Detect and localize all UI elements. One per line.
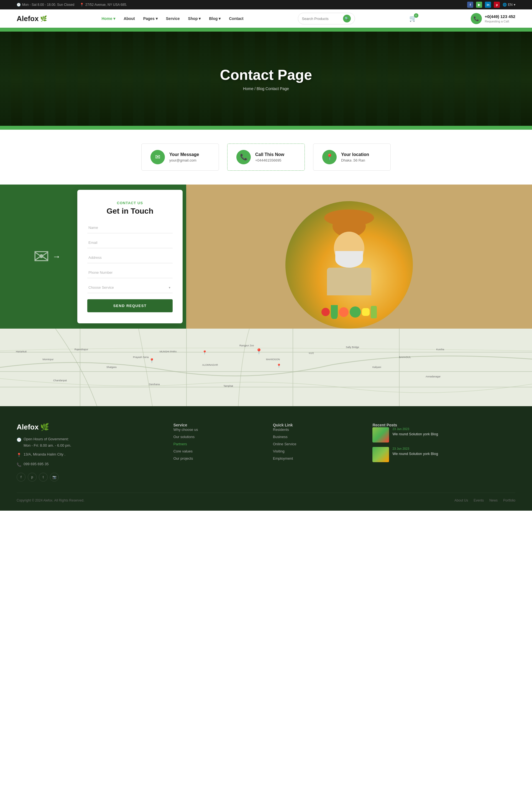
info-card-location-subtitle: Dhaka .56 Ran xyxy=(341,158,369,162)
call-label: Requesting a Call: xyxy=(484,19,515,23)
footer-link-core: Core values xyxy=(173,449,259,453)
footer-link-solutions: Our solutions xyxy=(173,434,259,439)
header: Alefox 🌿 Home ▾ About Pages ▾ Service Sh… xyxy=(0,9,532,28)
footer-bottom-portfolio[interactable]: Portfolio xyxy=(503,499,515,502)
service-select[interactable]: Choose Service Agriculture Farming Irrig… xyxy=(87,282,173,293)
nav-home[interactable]: Home ▾ xyxy=(101,16,115,21)
footer-link-visiting-anchor[interactable]: Visiting xyxy=(273,449,285,453)
contact-form-card: CONTACT US Get in Touch Choose Service A… xyxy=(77,190,183,323)
footer-link-core-anchor[interactable]: Core values xyxy=(173,449,193,453)
cart-button[interactable]: 🛒 0 xyxy=(409,15,417,22)
info-card-message-subtitle: your@gmail.com xyxy=(169,158,199,162)
footer-recent-posts-col: Recent Posts 23 Jun 2023 We round Soluti… xyxy=(373,423,515,482)
send-request-button[interactable]: SEND REQUEST xyxy=(87,299,173,312)
nav-blog[interactable]: Blog ▾ xyxy=(209,16,221,21)
address-input[interactable] xyxy=(87,252,173,263)
nav-service[interactable]: Service xyxy=(166,16,180,21)
search-input[interactable] xyxy=(302,17,341,21)
footer-brand-col: Alefox 🌿 🕐 Open Hours of Government:Mon … xyxy=(17,423,159,482)
footer-bottom-events[interactable]: Events xyxy=(474,499,484,502)
footer-bottom-about[interactable]: About Us xyxy=(454,499,468,502)
footer-link-why-anchor[interactable]: Why choose us xyxy=(173,427,198,432)
map-pin-green2: 📍 xyxy=(202,350,207,355)
top-bar: 🕐 Mon - Sat 8.00 - 18.00. Sun Closed 📍 2… xyxy=(0,0,532,9)
nav-pages[interactable]: Pages ▾ xyxy=(143,16,158,21)
info-card-call: 📞 Call This Now +044461556695 xyxy=(227,143,305,171)
recent-post-1: 23 Jun 2023 We round Solution york Blog xyxy=(373,427,515,443)
map-section: Hariarkuti Mominpur Rajendrapur Shatgara… xyxy=(0,329,532,406)
footer-recent-posts-title: Recent Posts xyxy=(373,423,515,427)
post-title-1[interactable]: We round Solution york Blog xyxy=(392,432,515,437)
footer-link-online: Online Service xyxy=(273,442,359,446)
footer-social-twitter[interactable]: t xyxy=(39,473,48,482)
footer-link-partners: Partners xyxy=(173,442,259,446)
info-cards-section: ✉ Your Message your@gmail.com 📞 Call Thi… xyxy=(0,130,532,185)
search-box: 🔍 xyxy=(298,13,355,24)
address: 📍 27/52 Avenue, NY USA 685. xyxy=(80,3,127,7)
social-facebook[interactable]: f xyxy=(467,2,473,8)
contact-us-label: CONTACT US xyxy=(87,201,173,205)
nav-about[interactable]: About xyxy=(124,16,135,21)
social-pinterest[interactable]: p xyxy=(494,2,500,8)
email-input[interactable] xyxy=(87,237,173,248)
footer-link-residents: Residents xyxy=(273,427,359,432)
phone-number: +0(449) 123 452 xyxy=(484,14,515,19)
footer-bottom: Copyright © 2024 Alefox. All Rights Rese… xyxy=(17,492,515,502)
nav-shop[interactable]: Shop ▾ xyxy=(188,16,201,21)
copyright-text: Copyright © 2024 Alefox. All Rights Rese… xyxy=(17,499,84,502)
footer-link-solutions-anchor[interactable]: Our solutions xyxy=(173,435,195,439)
footer-link-why: Why choose us xyxy=(173,427,259,432)
info-card-call-title: Call This Now xyxy=(255,152,284,157)
footer: Alefox 🌿 🕐 Open Hours of Government:Mon … xyxy=(0,406,532,511)
info-card-location-title: Your location xyxy=(341,152,369,157)
business-hours: 🕐 Mon - Sat 8.00 - 18.00. Sun Closed xyxy=(17,3,74,7)
footer-link-online-anchor[interactable]: Online Service xyxy=(273,442,297,446)
search-button[interactable]: 🔍 xyxy=(343,15,351,22)
map-pin-blue: 📍 xyxy=(277,364,281,368)
location-icon-footer: 📍 xyxy=(17,452,21,459)
footer-link-employment-anchor[interactable]: Employment xyxy=(273,456,293,461)
post-title-2[interactable]: We round Solution york Blog xyxy=(392,451,515,456)
footer-link-projects-anchor[interactable]: Our projects xyxy=(173,456,193,461)
footer-bottom-links: About Us Events News Portfolio xyxy=(454,499,515,502)
call-icon-card: 📞 xyxy=(236,150,251,164)
footer-bottom-news[interactable]: News xyxy=(489,499,498,502)
footer-link-business-anchor[interactable]: Business xyxy=(273,435,288,439)
footer-quicklink-title: Quick Link xyxy=(273,423,359,427)
footer-service-title: Service xyxy=(173,423,259,427)
logo[interactable]: Alefox 🌿 xyxy=(17,14,47,23)
footer-quicklink-col: Quick Link Residents Business Online Ser… xyxy=(273,423,359,482)
info-card-call-subtitle: +044461556695 xyxy=(255,158,284,162)
footer-link-residents-anchor[interactable]: Residents xyxy=(273,427,289,432)
info-card-message-title: Your Message xyxy=(169,152,199,157)
footer-social-instagram[interactable]: 📷 xyxy=(50,473,59,482)
footer-service-col: Service Why choose us Our solutions Part… xyxy=(173,423,259,482)
footer-logo-leaf-icon: 🌿 xyxy=(40,423,49,431)
envelope-icon: ✉ → xyxy=(33,245,61,268)
info-card-message: ✉ Your Message your@gmail.com xyxy=(141,143,219,171)
map-pin: 📍 xyxy=(255,348,262,355)
nav-contact[interactable]: Contact xyxy=(229,16,244,21)
call-icon: 📞 xyxy=(471,13,482,24)
phone-icon-footer: 📞 xyxy=(17,461,21,468)
name-input[interactable] xyxy=(87,222,173,233)
green-bar-top xyxy=(0,28,532,32)
green-bar-bottom xyxy=(0,126,532,130)
footer-link-partners-anchor[interactable]: Partners xyxy=(173,442,187,446)
footer-social-pinterest[interactable]: p xyxy=(28,473,37,482)
logo-leaf-icon: 🌿 xyxy=(40,15,47,22)
phone-input[interactable] xyxy=(87,267,173,278)
footer-link-business: Business xyxy=(273,434,359,439)
page-title: Contact Page xyxy=(220,66,312,83)
post-date-2: 23 Jun 2023 xyxy=(392,447,515,450)
location-icon-card: 📍 xyxy=(322,150,337,164)
cart-badge: 0 xyxy=(414,13,418,18)
recent-post-2: 23 Jun 2023 We round Solution york Blog xyxy=(373,447,515,462)
footer-social-facebook[interactable]: f xyxy=(17,473,25,482)
social-youtube[interactable]: ▶ xyxy=(476,2,482,8)
social-linkedin[interactable]: in xyxy=(485,2,491,8)
farmer-image xyxy=(199,185,499,329)
language-selector[interactable]: 🌐 EN ▾ xyxy=(502,3,515,7)
location-icon: 📍 xyxy=(80,3,84,7)
call-section: 📞 +0(449) 123 452 Requesting a Call: xyxy=(471,13,515,24)
